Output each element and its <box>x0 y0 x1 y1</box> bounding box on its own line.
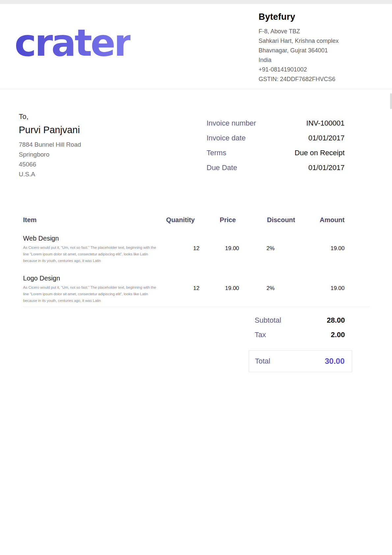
company-address-line: F-8, Above TBZ <box>259 27 339 36</box>
item-name: Logo Design <box>23 275 161 282</box>
bill-to-block: To, Purvi Panjvani 7884 Bunnel Hill Road… <box>19 112 81 179</box>
item-cell: Logo Design As Cicero would put it, “Um,… <box>23 275 161 304</box>
due-date-row: Due Date 01/01/2017 <box>207 160 345 175</box>
subtotal-row: Subtotal 28.00 <box>249 313 352 328</box>
item-price: 19.00 <box>200 275 239 291</box>
due-date-label: Due Date <box>207 163 237 172</box>
invoice-number-value: INV-100001 <box>306 119 345 128</box>
company-address: F-8, Above TBZ Sahkari Hart, Krishna com… <box>259 27 339 84</box>
scrollbar-thumb[interactable] <box>390 93 392 109</box>
invoice-number-row: Invoice number INV-100001 <box>207 116 345 131</box>
totals-block: Subtotal 28.00 Tax 2.00 Total 30.00 <box>249 313 352 372</box>
header-discount: Discount <box>236 216 295 223</box>
items-table: Item Quanitity Price Discount Amount Web… <box>23 216 370 307</box>
subtotal-value: 28.00 <box>327 316 345 325</box>
company-gstin: GSTIN: 24DDF7682FHVCS6 <box>259 74 339 84</box>
customer-address-line: 45066 <box>19 160 81 169</box>
window-top-edge <box>0 0 392 4</box>
item-discount: 2% <box>239 275 297 291</box>
header-item: Item <box>23 216 155 223</box>
tax-row: Tax 2.00 <box>249 328 352 342</box>
item-price: 19.00 <box>200 235 239 251</box>
company-address-line: India <box>259 55 339 65</box>
customer-address-line: U.S.A <box>19 169 81 179</box>
item-quantity: 12 <box>161 275 200 291</box>
company-info: Bytefury F-8, Above TBZ Sahkari Hart, Kr… <box>259 12 339 84</box>
company-address-line: Sahkari Hart, Krishna complex <box>259 36 339 46</box>
header-divider <box>0 89 392 89</box>
table-row: Web Design As Cicero would put it, “Um, … <box>23 235 370 264</box>
table-bottom-divider <box>23 307 370 307</box>
invoice-date-row: Invoice date 01/01/2017 <box>207 131 345 145</box>
item-name: Web Design <box>23 235 161 242</box>
items-table-header: Item Quanitity Price Discount Amount <box>23 216 370 223</box>
item-amount: 19.00 <box>297 235 345 251</box>
header-price: Price <box>195 216 236 223</box>
item-quantity: 12 <box>161 235 200 251</box>
terms-row: Terms Due on Receipt <box>207 145 345 160</box>
tax-value: 2.00 <box>331 331 345 339</box>
invoice-number-label: Invoice number <box>207 119 256 128</box>
header-amount: Amount <box>295 216 345 223</box>
invoice-date-label: Invoice date <box>207 134 246 142</box>
item-description: As Cicero would put it, “Um, not so fast… <box>23 244 161 264</box>
bill-to-intro: To, <box>19 112 81 121</box>
terms-value: Due on Receipt <box>294 149 345 157</box>
company-name: Bytefury <box>259 12 339 22</box>
total-label: Total <box>255 357 270 365</box>
subtotal-label: Subtotal <box>255 316 281 325</box>
header-quantity: Quanitity <box>155 216 195 223</box>
customer-address: 7884 Bunnel Hill Road Springboro 45066 U… <box>19 140 81 179</box>
customer-name: Purvi Panjvani <box>19 125 81 135</box>
company-address-line: Bhavnagar, Gujrat 364001 <box>259 46 339 55</box>
item-amount: 19.00 <box>297 275 345 291</box>
company-phone: +91-08141901002 <box>259 65 339 74</box>
item-description: As Cicero would put it, “Um, not so fast… <box>23 284 161 304</box>
terms-label: Terms <box>207 149 226 157</box>
item-discount: 2% <box>239 235 297 251</box>
item-cell: Web Design As Cicero would put it, “Um, … <box>23 235 161 264</box>
invoice-meta: Invoice number INV-100001 Invoice date 0… <box>207 116 345 175</box>
invoice-date-value: 01/01/2017 <box>308 134 345 142</box>
invoice-page: crater Bytefury F-8, Above TBZ Sahkari H… <box>0 0 392 555</box>
crater-logo: crater <box>14 24 130 61</box>
total-value: 30.00 <box>325 357 345 366</box>
customer-address-line: 7884 Bunnel Hill Road <box>19 140 81 150</box>
table-row: Logo Design As Cicero would put it, “Um,… <box>23 275 370 304</box>
due-date-value: 01/01/2017 <box>308 163 345 172</box>
customer-address-line: Springboro <box>19 150 81 160</box>
tax-label: Tax <box>255 331 266 339</box>
total-box: Total 30.00 <box>249 350 352 372</box>
